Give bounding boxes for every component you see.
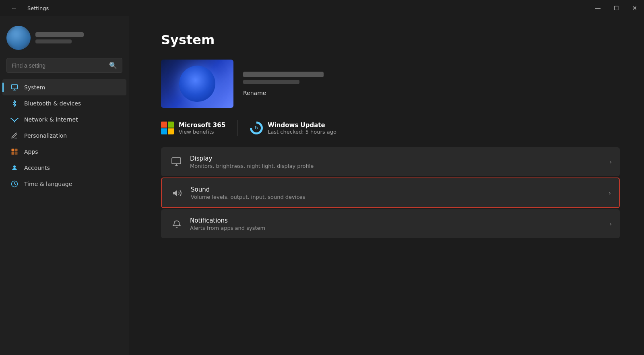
search-box[interactable]: 🔍 bbox=[6, 58, 122, 73]
ms365-q1 bbox=[161, 122, 167, 128]
notifications-icon bbox=[169, 217, 184, 231]
settings-item-sound[interactable]: Sound Volume levels, output, input, soun… bbox=[161, 178, 620, 208]
svg-point-1 bbox=[14, 121, 15, 122]
svg-rect-5 bbox=[15, 152, 18, 155]
app-body: 🔍 System Bluetooth & devices bbox=[0, 16, 644, 355]
maximize-button[interactable]: ☐ bbox=[607, 0, 625, 16]
titlebar: ← Settings — ☐ ✕ bbox=[0, 0, 644, 16]
svg-rect-0 bbox=[12, 85, 18, 89]
ms365-icon bbox=[161, 122, 174, 134]
ms365-q4 bbox=[168, 128, 174, 134]
pc-thumbnail-image bbox=[179, 66, 215, 102]
sidebar-item-bluetooth[interactable]: Bluetooth & devices bbox=[2, 95, 126, 111]
titlebar-left: ← Settings bbox=[5, 0, 49, 16]
ms365-title: Microsoft 365 bbox=[179, 122, 225, 129]
user-name bbox=[35, 32, 84, 37]
pc-thumbnail bbox=[161, 60, 233, 108]
search-icon: 🔍 bbox=[109, 62, 117, 69]
windows-update-icon: ↻ bbox=[250, 122, 263, 134]
display-title: Display bbox=[190, 155, 609, 162]
sound-chevron: › bbox=[609, 189, 611, 197]
svg-rect-3 bbox=[15, 149, 18, 152]
sidebar-item-bluetooth-label: Bluetooth & devices bbox=[24, 100, 81, 107]
winupdate-text: Windows Update Last checked: 5 hours ago bbox=[268, 122, 336, 135]
sidebar-item-personalization-label: Personalization bbox=[24, 132, 67, 139]
user-info bbox=[35, 32, 84, 43]
time-icon bbox=[10, 180, 19, 188]
sidebar-item-accounts[interactable]: Accounts bbox=[2, 160, 126, 176]
notifications-title: Notifications bbox=[190, 217, 609, 224]
ms365-q3 bbox=[161, 128, 167, 134]
ms365-subtitle: View benefits bbox=[179, 129, 225, 135]
titlebar-controls: — ☐ ✕ bbox=[588, 0, 644, 16]
svg-rect-4 bbox=[12, 152, 14, 155]
sidebar-item-system[interactable]: System bbox=[2, 79, 126, 95]
page-title: System bbox=[161, 32, 620, 47]
avatar bbox=[6, 26, 31, 50]
sound-subtitle: Volume levels, output, input, sound devi… bbox=[191, 194, 609, 200]
back-button[interactable]: ← bbox=[5, 0, 23, 16]
apps-icon bbox=[10, 148, 19, 156]
sound-icon bbox=[170, 186, 184, 200]
titlebar-title: Settings bbox=[27, 5, 49, 11]
pen-icon bbox=[10, 132, 19, 140]
sidebar-item-apps[interactable]: Apps bbox=[2, 144, 126, 160]
avatar-image bbox=[6, 26, 31, 50]
minimize-button[interactable]: — bbox=[588, 0, 607, 16]
close-button[interactable]: ✕ bbox=[625, 0, 644, 16]
pc-details: Rename bbox=[243, 72, 324, 96]
sidebar-item-accounts-label: Accounts bbox=[24, 165, 50, 171]
display-icon bbox=[169, 155, 184, 169]
notifications-chevron: › bbox=[609, 220, 612, 228]
pc-subname bbox=[243, 80, 299, 84]
svg-point-6 bbox=[13, 165, 16, 168]
user-section bbox=[0, 21, 129, 58]
settings-item-display[interactable]: Display Monitors, brightness, night ligh… bbox=[161, 147, 620, 176]
rename-button[interactable]: Rename bbox=[243, 90, 324, 96]
main-content: System Rename Microsof bbox=[129, 16, 644, 355]
quick-actions: Microsoft 365 View benefits ↻ Windows Up… bbox=[161, 120, 620, 136]
sidebar-item-system-label: System bbox=[24, 84, 45, 91]
settings-list: Display Monitors, brightness, night ligh… bbox=[161, 147, 620, 238]
sound-title: Sound bbox=[191, 186, 609, 193]
sidebar-item-time[interactable]: Time & language bbox=[2, 176, 126, 192]
display-chevron: › bbox=[609, 158, 612, 166]
sidebar-item-personalization[interactable]: Personalization bbox=[2, 128, 126, 144]
ms365-action[interactable]: Microsoft 365 View benefits bbox=[161, 120, 225, 136]
quick-actions-separator bbox=[237, 120, 238, 136]
svg-rect-8 bbox=[172, 158, 181, 164]
user-subtitle bbox=[35, 39, 72, 43]
bluetooth-icon bbox=[10, 99, 19, 107]
winupdate-title: Windows Update bbox=[268, 122, 336, 129]
sidebar-item-network-label: Network & internet bbox=[24, 116, 78, 123]
sidebar-item-time-label: Time & language bbox=[24, 181, 72, 187]
notifications-text: Notifications Alerts from apps and syste… bbox=[190, 217, 609, 231]
ms365-text: Microsoft 365 View benefits bbox=[179, 122, 225, 135]
pc-info-card: Rename bbox=[161, 60, 620, 108]
windows-update-icon-inner: ↻ bbox=[254, 125, 258, 131]
ms365-q2 bbox=[168, 122, 174, 128]
search-input[interactable] bbox=[12, 62, 106, 69]
pc-name bbox=[243, 72, 324, 77]
sound-text: Sound Volume levels, output, input, soun… bbox=[191, 186, 609, 200]
svg-rect-2 bbox=[12, 149, 14, 152]
sidebar: 🔍 System Bluetooth & devices bbox=[0, 16, 129, 355]
monitor-icon bbox=[10, 83, 19, 91]
accounts-icon bbox=[10, 164, 19, 172]
winupdate-action[interactable]: ↻ Windows Update Last checked: 5 hours a… bbox=[250, 120, 336, 136]
display-subtitle: Monitors, brightness, night light, displ… bbox=[190, 163, 609, 169]
notifications-subtitle: Alerts from apps and system bbox=[190, 225, 609, 231]
sidebar-item-apps-label: Apps bbox=[24, 149, 38, 155]
svg-marker-9 bbox=[173, 190, 177, 196]
display-text: Display Monitors, brightness, night ligh… bbox=[190, 155, 609, 169]
network-icon bbox=[10, 116, 19, 124]
settings-item-notifications[interactable]: Notifications Alerts from apps and syste… bbox=[161, 209, 620, 238]
winupdate-subtitle: Last checked: 5 hours ago bbox=[268, 129, 336, 135]
sidebar-item-network[interactable]: Network & internet bbox=[2, 111, 126, 128]
